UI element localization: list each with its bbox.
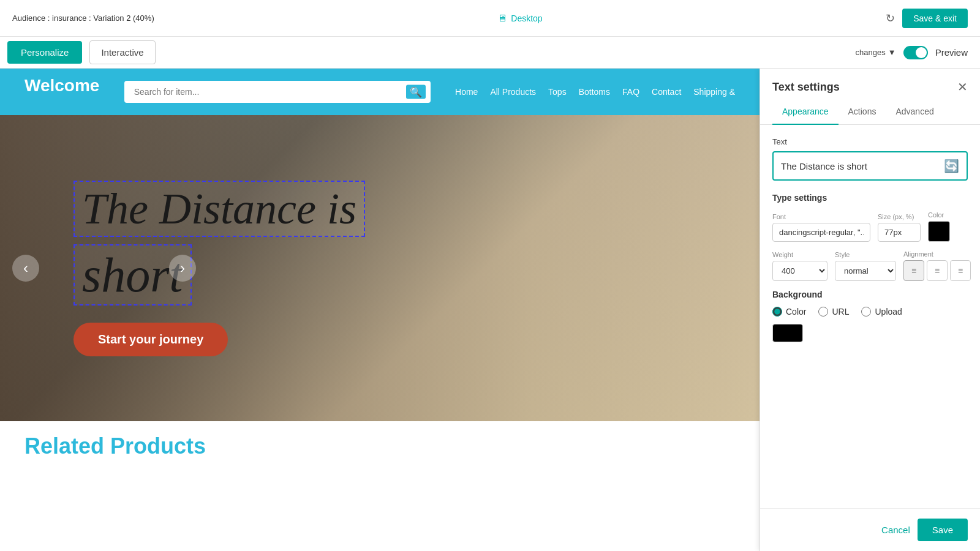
tab-right: changes ▼ Preview	[856, 46, 980, 59]
tab-actions[interactable]: Actions	[839, 99, 886, 125]
tab-advanced[interactable]: Advanced	[886, 99, 943, 125]
bg-url-option[interactable]: URL	[818, 307, 849, 317]
carousel-next-button[interactable]: ›	[169, 255, 196, 282]
preview-label: Preview	[935, 47, 968, 58]
preview-toggle[interactable]	[903, 46, 928, 59]
bg-color-radio[interactable]	[772, 307, 782, 317]
site-nav: Home All Products Tops Bottoms FAQ Conta…	[455, 87, 735, 97]
monitor-icon: 🖥	[497, 13, 507, 24]
weight-col: Weight 400 100 200 300 500 600 700	[772, 251, 827, 281]
font-label: Font	[772, 213, 870, 220]
carousel-prev-button[interactable]: ‹	[12, 255, 39, 282]
weight-label: Weight	[772, 251, 827, 258]
nav-shipping[interactable]: Shipping &	[693, 87, 735, 97]
hero-text-line1: The Distance is	[82, 184, 356, 233]
alignment-buttons: ≡ ≡ ≡	[903, 260, 971, 281]
cancel-button[interactable]: Cancel	[881, 519, 910, 541]
bg-upload-option[interactable]: Upload	[861, 307, 902, 317]
close-panel-button[interactable]: ✕	[957, 80, 968, 94]
color-col: Color	[928, 211, 950, 242]
hero-text-line2: short	[82, 248, 183, 302]
refresh-button[interactable]: ↻	[886, 12, 895, 25]
size-col: Size (px, %)	[878, 213, 921, 242]
search-button[interactable]: 🔍	[406, 85, 426, 99]
nav-tops[interactable]: Tops	[548, 87, 567, 97]
align-left-button[interactable]: ≡	[903, 260, 924, 281]
bg-color-option[interactable]: Color	[772, 307, 806, 317]
style-col: Style normal italic oblique	[835, 251, 896, 281]
color-label: Color	[928, 211, 950, 219]
tab-appearance[interactable]: Appearance	[772, 99, 839, 125]
desktop-button[interactable]: 🖥 Desktop	[497, 13, 542, 24]
chevron-down-icon: ▼	[888, 48, 896, 57]
background-radio-group: Color URL Upload	[772, 307, 968, 317]
bg-upload-radio[interactable]	[861, 307, 871, 317]
size-label: Size (px, %)	[878, 213, 921, 220]
nav-contact[interactable]: Contact	[652, 87, 681, 97]
welcome-text: Welcome	[24, 76, 99, 96]
cta-button[interactable]: Start your journey	[74, 323, 228, 356]
top-right-actions: ↻ Save & exit	[886, 9, 968, 28]
style-select[interactable]: normal italic oblique	[835, 261, 896, 281]
text-field-label: Text	[772, 137, 968, 146]
type-settings-label: Type settings	[772, 193, 968, 203]
panel-title: Text settings	[772, 81, 840, 94]
nav-all-products[interactable]: All Products	[490, 87, 536, 97]
hero-section: ‹ The Distance is short Start your journ…	[0, 115, 760, 421]
bg-url-radio[interactable]	[818, 307, 828, 317]
panel-content: Text 🔄 Type settings Font Size (px, %) C…	[760, 125, 980, 508]
generate-icon[interactable]: 🔄	[944, 159, 959, 173]
panel-footer: Cancel Save	[760, 508, 980, 551]
main-area: Welcome 🔍 Home All Products Tops Bottoms…	[0, 69, 980, 551]
nav-home[interactable]: Home	[455, 87, 478, 97]
weight-select[interactable]: 400 100 200 300 500 600 700	[772, 261, 827, 281]
text-input-wrapper: 🔄	[772, 151, 968, 181]
site-header: Welcome 🔍 Home All Products Tops Bottoms…	[0, 69, 760, 115]
nav-bottoms[interactable]: Bottoms	[579, 87, 610, 97]
bg-color-swatch[interactable]	[772, 324, 803, 342]
settings-panel: Text settings ✕ Appearance Actions Advan…	[760, 69, 980, 551]
related-products-title: Related Products	[24, 433, 735, 459]
panel-tabs: Appearance Actions Advanced	[760, 99, 980, 125]
search-input[interactable]	[124, 81, 431, 103]
style-label: Style	[835, 251, 896, 258]
top-bar: Audience : insurance : Variation 2 (40%)…	[0, 0, 980, 37]
align-center-button[interactable]: ≡	[927, 260, 948, 281]
text-input[interactable]	[781, 161, 944, 171]
website-preview: Welcome 🔍 Home All Products Tops Bottoms…	[0, 69, 760, 551]
save-button[interactable]: Save	[918, 519, 968, 541]
changes-dropdown[interactable]: changes ▼	[856, 48, 896, 57]
interactive-button[interactable]: Interactive	[89, 40, 155, 64]
font-col: Font	[772, 213, 870, 242]
panel-header: Text settings ✕	[760, 69, 980, 94]
font-input[interactable]	[772, 223, 870, 242]
color-swatch[interactable]	[928, 221, 950, 242]
tab-bar: Personalize Interactive changes ▼ Previe…	[0, 37, 980, 69]
text-selection-box-1[interactable]: The Distance is	[74, 181, 365, 237]
related-products-section: Related Products	[0, 421, 760, 471]
audience-label: Audience : insurance : Variation 2 (40%)	[12, 13, 154, 23]
font-size-color-row: Font Size (px, %) Color	[772, 211, 968, 242]
site-search: 🔍	[124, 81, 431, 103]
personalize-button[interactable]: Personalize	[7, 41, 82, 64]
alignment-label: Alignment	[903, 250, 971, 258]
align-right-button[interactable]: ≡	[950, 260, 971, 281]
save-exit-button[interactable]: Save & exit	[902, 9, 968, 28]
background-label: Background	[772, 290, 968, 299]
weight-style-align-row: Weight 400 100 200 300 500 600 700 Style…	[772, 250, 968, 281]
toggle-knob	[916, 47, 927, 58]
size-input[interactable]	[878, 223, 921, 242]
nav-faq[interactable]: FAQ	[622, 87, 639, 97]
alignment-col: Alignment ≡ ≡ ≡	[903, 250, 971, 281]
